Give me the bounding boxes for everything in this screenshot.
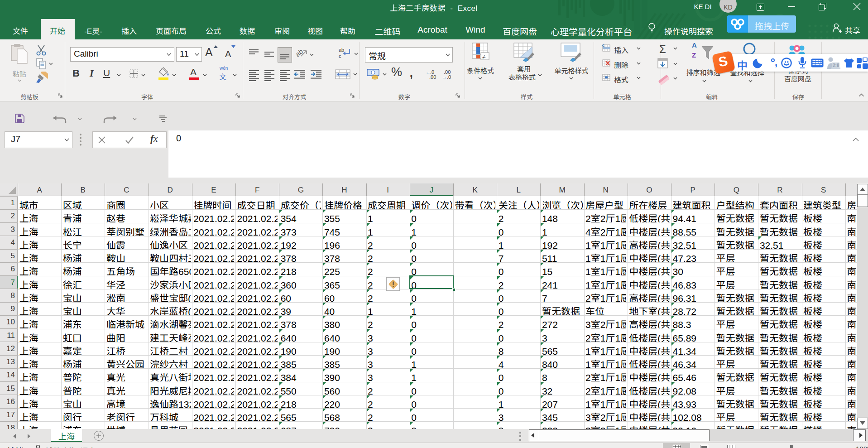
svg-text:.00: .00 [429,74,436,79]
svg-text:.0: .0 [447,74,451,79]
svg-text:→: → [442,74,447,79]
svg-text:c: c [339,53,341,59]
svg-text:≠: ≠ [482,53,486,60]
svg-text:ab: ab [339,47,344,53]
svg-text:,: , [775,57,777,68]
svg-text:2:8: 2:8 [833,63,839,68]
